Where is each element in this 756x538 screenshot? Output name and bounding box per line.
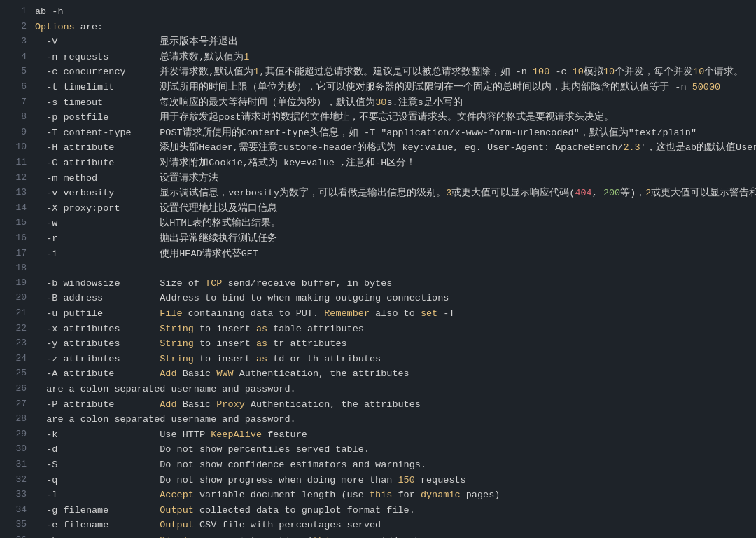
terminal-line: 28 are a colon separated username and pa… <box>0 412 756 427</box>
text-segment: -p postfile 用于存放发起post请求时的数据的文件地址，不要忘记设置… <box>35 112 614 123</box>
line-content: -A attribute Add Basic WWW Authenticatio… <box>35 366 749 382</box>
text-segment: send/receive buffer, in bytes <box>222 278 392 289</box>
text-segment: -C attribute 对请求附加Cookie,格式为 key=value ,… <box>35 158 416 168</box>
terminal-line: 21 -u putfile File containing data to PU… <box>0 306 756 322</box>
terminal-line: 3 -V 显示版本号并退出 <box>0 34 756 50</box>
terminal-line: 19 -b windowsize Size of TCP send/receiv… <box>0 276 756 291</box>
text-segment: message)</pre> <box>335 535 421 538</box>
terminal-line: 18 <box>0 261 756 276</box>
line-number: 24 <box>7 352 27 367</box>
text-segment: Proxy <box>216 399 245 410</box>
line-content: ab -h <box>35 4 749 20</box>
line-number: 4 <box>7 50 27 65</box>
text-segment: '，这也是ab的默认值User-Agent <box>640 142 756 153</box>
line-number: 15 <box>7 216 27 231</box>
text-segment: 404 <box>575 188 592 198</box>
line-content: -X proxy:port 设置代理地址以及端口信息 <box>35 201 749 216</box>
terminal-line: 14 -X proxy:port 设置代理地址以及端口信息 <box>0 201 756 216</box>
text-segment: 50000 <box>692 82 721 92</box>
line-content: -T content-type POST请求所使用的Content-type头信… <box>35 125 749 141</box>
line-number: 31 <box>7 457 27 473</box>
text-segment: -n requests 总请求数,默认值为 <box>35 52 244 62</box>
text-segment: are a colon separated username and passw… <box>35 414 296 425</box>
text-segment: table attributes <box>267 324 364 334</box>
text-segment: containing data to PUT. <box>183 308 325 319</box>
terminal-line: 23 -y attributes String to insert as tr … <box>0 336 756 352</box>
line-content: are a colon separated username and passw… <box>35 382 749 397</box>
text-segment: -b windowsize Size of <box>35 278 205 289</box>
text-segment: as <box>256 324 267 334</box>
line-number: 22 <box>7 322 27 337</box>
text-segment: -e filename <box>35 520 160 530</box>
line-content: -z attributes String to insert as td or … <box>35 352 749 367</box>
text-segment: -y attributes <box>35 338 160 349</box>
terminal-line: 34 -g filename Output collected data to … <box>0 503 756 518</box>
line-number: 29 <box>7 427 27 443</box>
line-number: 34 <box>7 503 27 518</box>
line-number: 27 <box>7 397 27 413</box>
text-segment: this <box>370 490 392 500</box>
text-segment: requests <box>415 475 466 485</box>
text-segment: 模拟 <box>584 67 603 77</box>
terminal-line: 15 -w 以HTML表的格式输出结果。 <box>0 216 756 231</box>
terminal-line: 25 -A attribute Add Basic WWW Authentica… <box>0 366 756 382</box>
text-segment: ,其值不能超过总请求数。建议是可以被总请求数整除，如 -n <box>259 67 533 77</box>
line-number: 18 <box>7 261 27 276</box>
text-segment: -T <box>438 308 454 319</box>
line-content: -e filename Output CSV file with percent… <box>35 518 749 533</box>
line-content: -s timeout 每次响应的最大等待时间（单位为秒），默认值为30s.注意s… <box>35 95 749 111</box>
terminal-line: 12 -m method 设置请求方法 <box>0 171 756 186</box>
text-segment: 2.3 <box>623 142 640 153</box>
text-segment: pages) <box>461 490 500 500</box>
line-number: 21 <box>7 306 27 322</box>
line-content <box>35 261 749 276</box>
line-number: 9 <box>7 125 27 141</box>
terminal-line: 6 -t timelimit 测试所用的时间上限（单位为秒），它可以使对服务器的… <box>0 80 756 95</box>
line-content: -q Do not show progress when doing more … <box>35 473 749 488</box>
text-segment: tr attributes <box>267 338 346 349</box>
text-segment: -v verbosity 显示调试信息，verbosity为数字，可以看做是输出… <box>35 188 446 198</box>
text-segment: -k Use HTTP <box>35 429 211 440</box>
text-segment: KeepAlive <box>211 429 262 440</box>
text-segment: as <box>256 354 267 364</box>
text-segment: td or th attributes <box>267 354 381 364</box>
line-number: 10 <box>7 140 27 156</box>
text-segment: -H attribute 添加头部Header,需要注意custome-head… <box>35 142 623 153</box>
text-segment: Add <box>160 368 176 379</box>
line-number: 3 <box>7 34 27 50</box>
line-number: 32 <box>7 473 27 488</box>
text-segment: dynamic <box>421 490 461 500</box>
text-segment: String <box>160 354 194 364</box>
text-segment: Remember <box>324 308 370 319</box>
line-content: -c concurrency 并发请求数,默认值为1,其值不能超过总请求数。建议… <box>35 64 749 80</box>
line-content: -p postfile 用于存放发起post请求时的数据的文件地址，不要忘记设置… <box>35 110 749 125</box>
line-content: -H attribute 添加头部Header,需要注意custome-head… <box>35 140 756 156</box>
line-content: -d Do not show percentiles served table. <box>35 442 749 457</box>
text-segment: -i 使用HEAD请求代替GET <box>35 249 258 259</box>
text-segment: also to <box>370 308 421 319</box>
line-content: -i 使用HEAD请求代替GET <box>35 247 749 262</box>
text-segment: Authentication, the attributes <box>234 368 410 379</box>
text-segment: 或更大值可以显示响应代码( <box>451 188 575 198</box>
line-content: -l Accept variable document length (use … <box>35 488 749 503</box>
text-segment: -c <box>550 67 572 77</box>
terminal-line: 17 -i 使用HEAD请求代替GET <box>0 247 756 262</box>
text-segment: Display <box>160 535 200 538</box>
terminal-line: 32 -q Do not show progress when doing mo… <box>0 473 756 488</box>
text-segment: -s timeout 每次响应的最大等待时间（单位为秒），默认值为 <box>35 97 375 108</box>
text-segment: -r 抛出异常继续执行测试任务 <box>35 233 277 244</box>
line-content: Options are: <box>35 20 749 35</box>
line-number: 13 <box>7 186 27 201</box>
text-segment: -B address Address to bind to when makin… <box>35 293 449 303</box>
terminal-line: 8 -p postfile 用于存放发起post请求时的数据的文件地址，不要忘记… <box>0 110 756 125</box>
text-segment: -h <box>35 535 160 538</box>
line-number: 6 <box>7 80 27 95</box>
text-segment: 10 <box>573 67 584 77</box>
terminal-line: 26 are a colon separated username and pa… <box>0 382 756 397</box>
text-segment: -S Do not show confidence estimators and… <box>35 460 426 470</box>
text-segment: variable document length (use <box>194 490 370 500</box>
text-segment: Options <box>35 22 75 32</box>
terminal-line: 29 -k Use HTTP KeepAlive feature <box>0 427 756 443</box>
line-number: 26 <box>7 382 27 397</box>
text-segment: , <box>592 188 603 198</box>
